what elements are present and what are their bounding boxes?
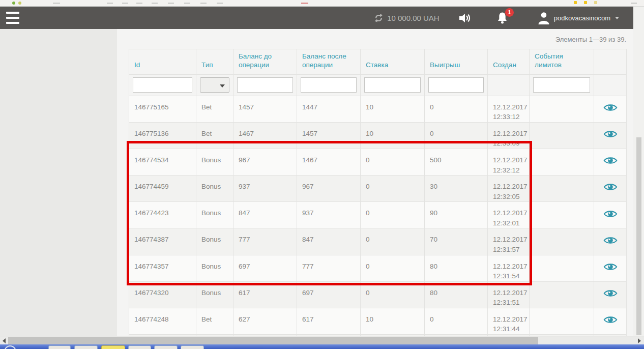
hamburger-icon <box>6 22 19 24</box>
column-header-3[interactable]: Баланс после операции <box>297 49 361 75</box>
user-icon <box>537 11 550 24</box>
view-details-button[interactable] <box>603 129 618 139</box>
view-details-button[interactable] <box>603 262 618 272</box>
filter-stake-input[interactable] <box>364 77 421 93</box>
filter-type-select[interactable] <box>200 77 229 93</box>
vertical-scrollbar-thumb[interactable] <box>636 137 641 335</box>
filter-created-empty-cell <box>488 74 530 96</box>
column-header-4[interactable]: Ставка <box>361 49 425 75</box>
browser-remnant-mark <box>122 3 128 4</box>
browser-remnant-dot <box>594 1 597 4</box>
cell-type: Bonus <box>196 149 233 176</box>
table-filter-row <box>129 74 627 96</box>
browser-remnant-mark <box>107 3 113 4</box>
refresh-icon[interactable] <box>374 14 383 22</box>
view-details-button[interactable] <box>603 209 618 219</box>
taskbar-window-button-active[interactable] <box>101 345 125 349</box>
cell-limit-events <box>530 202 594 228</box>
cell-created: 12.12.2017 12:32:01 <box>488 202 530 228</box>
cell-id: 146774357 <box>129 255 196 281</box>
horizontal-scrollbar-thumb[interactable] <box>8 337 538 344</box>
filter-balance-before-input[interactable] <box>237 77 293 93</box>
cell-created: 12.12.2017 12:31:54 <box>488 255 530 281</box>
sound-toggle-button[interactable] <box>459 13 471 23</box>
user-account-menu[interactable]: podkovacasinocom <box>537 11 619 24</box>
balance-amount: 10 000.00 UAH <box>387 14 440 22</box>
column-header-1[interactable]: Тип <box>196 49 233 75</box>
cell-stake: 10 <box>361 308 425 334</box>
taskbar-window-button[interactable] <box>128 345 151 349</box>
table-row-highlighted: 146774459 Bonus 937 967 0 30 12.12.2017 … <box>129 176 627 202</box>
cell-stake: 10 <box>361 122 425 149</box>
cell-type: Bet <box>196 122 233 149</box>
cell-created: 12.12.2017 12:31:44 <box>488 308 530 334</box>
cell-actions <box>594 122 627 149</box>
view-details-button[interactable] <box>603 288 618 298</box>
hamburger-menu-button[interactable] <box>6 12 21 24</box>
column-header-5[interactable]: Выигрыш <box>425 49 488 75</box>
cell-balance-after: 1467 <box>297 149 361 176</box>
cell-id: 146774459 <box>129 176 196 202</box>
view-details-button[interactable] <box>603 103 618 112</box>
cell-type: Bonus <box>196 202 233 228</box>
taskbar-window-button[interactable] <box>154 345 178 349</box>
cell-id: 146774423 <box>129 202 196 228</box>
cell-limit-events <box>530 122 594 149</box>
cell-limit-events <box>530 255 594 281</box>
browser-remnant-mark <box>136 3 142 4</box>
cell-balance-after: 777 <box>297 255 361 281</box>
eye-icon <box>603 236 618 245</box>
scroll-left-arrow-icon[interactable] <box>3 338 6 343</box>
horizontal-scrollbar[interactable] <box>0 336 644 344</box>
cell-win: 30 <box>425 176 488 202</box>
table-row-highlighted: 146774387 Bonus 777 847 0 70 12.12.2017 … <box>129 228 627 255</box>
column-header-6[interactable]: Создан <box>488 49 530 75</box>
cell-balance-before: 697 <box>233 255 297 281</box>
column-header-0[interactable]: Id <box>129 49 196 75</box>
taskbar <box>0 344 644 349</box>
hamburger-icon <box>6 12 19 14</box>
select-caret-icon <box>220 84 225 88</box>
cell-type: Bet <box>196 308 233 334</box>
vertical-scrollbar[interactable] <box>633 7 644 336</box>
pagination-summary: Элементы 1—39 из 39. <box>117 36 626 43</box>
view-details-button[interactable] <box>603 236 618 245</box>
start-button[interactable] <box>4 345 16 349</box>
cell-stake: 0 <box>361 255 425 281</box>
cell-win: 80 <box>425 281 488 308</box>
notifications-button[interactable]: 1 <box>497 12 508 24</box>
column-header-2[interactable]: Баланс до операции <box>233 49 297 75</box>
cell-balance-before: 847 <box>233 202 297 228</box>
browser-remnant-dot <box>584 1 587 4</box>
scroll-right-arrow-icon[interactable] <box>638 338 641 343</box>
cell-win: 500 <box>425 149 488 176</box>
taskbar-window-button[interactable] <box>74 345 98 349</box>
column-header-7[interactable]: События лимитов <box>530 49 594 75</box>
cell-actions <box>594 202 627 228</box>
filter-id-input[interactable] <box>133 77 192 93</box>
view-details-button[interactable] <box>603 156 618 165</box>
taskbar-window-button[interactable] <box>181 345 204 349</box>
cell-limit-events <box>530 228 594 255</box>
browser-remnant-mark <box>53 3 60 4</box>
view-details-button[interactable] <box>603 182 618 192</box>
cell-id: 146775136 <box>129 122 196 149</box>
cell-created: 12.12.2017 12:33:09 <box>488 122 530 149</box>
cell-balance-after: 697 <box>297 281 361 308</box>
filter-win-input[interactable] <box>428 77 484 93</box>
browser-remnant-mark <box>301 3 308 4</box>
cell-created: 12.12.2017 12:31:51 <box>488 281 530 308</box>
filter-balance-after-input[interactable] <box>301 77 357 93</box>
cell-created: 12.12.2017 12:33:12 <box>488 96 530 122</box>
cell-balance-before: 937 <box>233 176 297 202</box>
cell-win: 90 <box>425 202 488 228</box>
cell-stake: 0 <box>361 281 425 308</box>
taskbar-window-button[interactable] <box>48 345 71 349</box>
browser-remnant-dot <box>12 2 15 5</box>
cell-type: Bet <box>196 96 233 122</box>
table-row: 146775136 Bet 1467 1457 10 0 12.12.2017 … <box>129 122 627 149</box>
view-details-button[interactable] <box>603 315 618 325</box>
filter-limit-events-input[interactable] <box>533 77 590 93</box>
eye-icon <box>603 182 618 192</box>
browser-remnant-mark <box>631 3 637 4</box>
